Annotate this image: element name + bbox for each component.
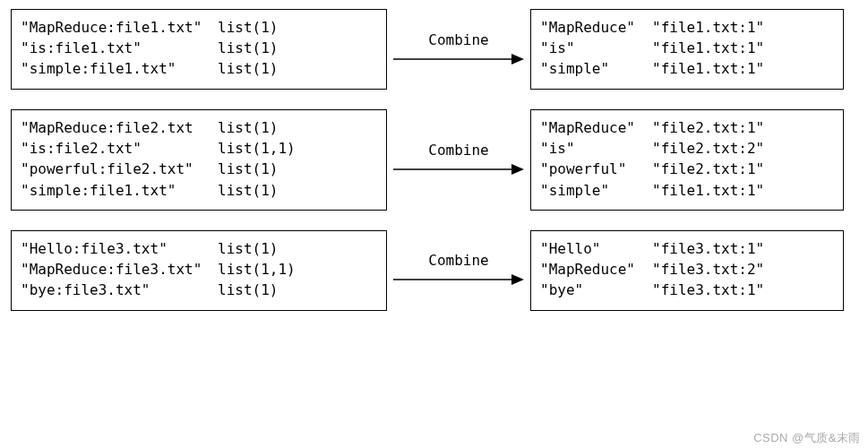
svg-marker-3 — [511, 164, 524, 175]
output-values-1: "file1.txt:1" "file1.txt:1" "file1.txt:1… — [652, 17, 834, 80]
arrow-label: Combine — [428, 142, 488, 159]
input-box-3: "Hello:file3.txt" "MapReduce:file3.txt" … — [11, 230, 387, 311]
arrow-3: Combine — [387, 252, 530, 289]
output-keys-3: "Hello" "MapReduce" "bye" — [540, 238, 652, 301]
input-box-2: "MapReduce:file2.txt "is:file2.txt" "pow… — [11, 109, 387, 211]
input-box-1: "MapReduce:file1.txt" "is:file1.txt" "si… — [11, 9, 387, 90]
input-keys-2: "MapReduce:file2.txt "is:file2.txt" "pow… — [21, 117, 218, 201]
arrow-label: Combine — [428, 252, 488, 269]
combine-row-1: "MapReduce:file1.txt" "is:file1.txt" "si… — [11, 9, 857, 90]
output-box-2: "MapReduce" "is" "powerful" "simple" "fi… — [530, 109, 844, 211]
svg-marker-1 — [511, 54, 524, 65]
arrow-icon — [391, 271, 526, 289]
arrow-2: Combine — [387, 142, 530, 178]
output-box-1: "MapReduce" "is" "simple" "file1.txt:1" … — [530, 9, 844, 90]
arrow-icon — [391, 160, 526, 178]
arrow-1: Combine — [387, 31, 530, 68]
output-keys-1: "MapReduce" "is" "simple" — [540, 17, 652, 80]
output-box-3: "Hello" "MapReduce" "bye" "file3.txt:1" … — [530, 230, 844, 311]
arrow-icon — [391, 50, 526, 68]
arrow-label: Combine — [428, 31, 488, 48]
input-values-2: list(1) list(1,1) list(1) list(1) — [218, 117, 377, 201]
input-values-1: list(1) list(1) list(1) — [218, 17, 377, 80]
combine-row-3: "Hello:file3.txt" "MapReduce:file3.txt" … — [11, 230, 857, 311]
svg-marker-5 — [511, 274, 524, 285]
input-keys-1: "MapReduce:file1.txt" "is:file1.txt" "si… — [21, 17, 218, 80]
output-values-3: "file3.txt:1" "file3.txt:2" "file3.txt:1… — [652, 238, 834, 301]
combine-row-2: "MapReduce:file2.txt "is:file2.txt" "pow… — [11, 109, 857, 211]
input-keys-3: "Hello:file3.txt" "MapReduce:file3.txt" … — [21, 238, 218, 301]
diagram-container: "MapReduce:file1.txt" "is:file1.txt" "si… — [0, 0, 868, 316]
input-values-3: list(1) list(1,1) list(1) — [218, 238, 377, 301]
output-keys-2: "MapReduce" "is" "powerful" "simple" — [540, 117, 652, 201]
output-values-2: "file2.txt:1" "file2.txt:2" "file2.txt:1… — [652, 117, 834, 201]
